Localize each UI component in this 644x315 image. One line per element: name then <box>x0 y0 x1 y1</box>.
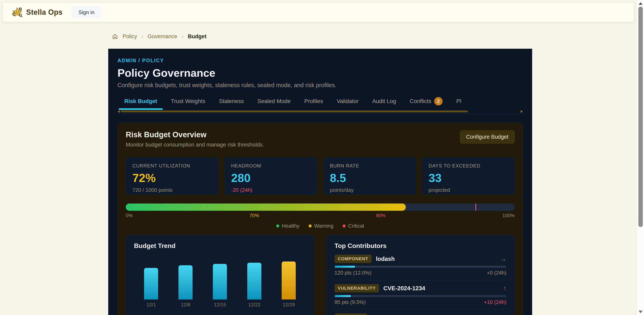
contributor-progress-track <box>334 266 506 268</box>
contributor-type-badge: VULNERABILITY <box>334 284 379 292</box>
breadcrumb-item-budget: Budget <box>188 34 206 40</box>
legend-item-healthy: Healthy <box>276 223 299 229</box>
contributor-stats-row: 120 pts (12.0%)+0 (24h) <box>334 270 506 276</box>
trend-x-label: 12/1 <box>140 302 162 307</box>
tab-risk-budget[interactable]: Risk Budget <box>118 94 164 110</box>
budget-trend-x-labels: 12/112/812/1512/2212/29 <box>134 302 306 307</box>
trend-x-label: 12/22 <box>243 302 265 307</box>
stat-value: 72% <box>132 171 212 185</box>
tab-profiles[interactable]: Profiles <box>298 94 330 110</box>
legend-label: Warning <box>314 223 333 229</box>
tabs-horizontal-scrollbar <box>118 110 523 114</box>
tab-validator[interactable]: Validator <box>330 94 365 110</box>
axis-label: 90% <box>376 213 386 218</box>
stat-subtext: -20 (24h) <box>231 187 311 193</box>
tab-staleness[interactable]: Staleness <box>212 94 251 110</box>
legend-label: Critical <box>348 223 364 229</box>
contributor-item: VULNERABILITYCVE-2024-1234↑95 pts (9.5%)… <box>334 284 506 305</box>
stat-subtext: 720 / 1000 points <box>132 187 212 193</box>
contributor-points: 95 pts (9.5%) <box>334 299 366 305</box>
vertical-scrollbar <box>637 0 644 315</box>
utilization-legend: HealthyWarningCritical <box>126 223 515 229</box>
configure-budget-button[interactable]: Configure Budget <box>460 130 515 144</box>
budget-utilization-bar <box>126 203 515 211</box>
tab-label: Trust Weights <box>171 98 205 105</box>
trend-bar <box>213 264 227 299</box>
axis-label: 100% <box>502 213 515 218</box>
page-title: Policy Governance <box>118 67 523 79</box>
scroll-left-arrow-icon[interactable] <box>118 110 120 113</box>
star-mascot-logo-icon <box>12 7 23 18</box>
stat-card-current-utilization: CURRENT UTILIZATION72%720 / 1000 points <box>126 157 218 195</box>
stat-label: HEADROOM <box>231 163 311 169</box>
scroll-up-arrow-icon[interactable] <box>638 2 642 5</box>
stat-card-days-to-exceeded: DAYS TO EXCEEDED33projected <box>422 157 515 195</box>
contributor-header-row: CATEGORYVulnerabilities→ <box>334 313 506 315</box>
trend-bar <box>178 265 192 299</box>
stat-subtext: points/day <box>330 187 410 193</box>
legend-dot-icon <box>342 224 346 227</box>
tab-trust-weights[interactable]: Trust Weights <box>164 94 212 110</box>
stat-label: DAYS TO EXCEEDED <box>428 163 508 169</box>
tab-audit-log[interactable]: Audit Log <box>365 94 403 110</box>
budget-trend-chart <box>134 254 306 299</box>
scroll-right-arrow-icon[interactable] <box>521 110 523 113</box>
contributor-list: COMPONENTlodash→120 pts (12.0%)+0 (24h)V… <box>334 255 506 315</box>
policy-governance-panel: ADMIN / POLICY Policy Governance Configu… <box>108 49 532 315</box>
stat-value: 8.5 <box>330 171 410 185</box>
stat-label: CURRENT UTILIZATION <box>132 163 212 169</box>
vertical-scrollbar-thumb[interactable] <box>638 7 643 227</box>
contributor-stats-row: 95 pts (9.5%)+10 (24h) <box>334 299 506 305</box>
critical-threshold-tick <box>476 203 476 211</box>
tab-bar-divider <box>118 114 523 114</box>
scroll-down-arrow-icon[interactable] <box>638 310 642 313</box>
contributor-divider <box>334 280 506 280</box>
legend-item-warning: Warning <box>308 223 333 229</box>
breadcrumb-separator: › <box>182 34 184 40</box>
stat-cards: CURRENT UTILIZATION72%720 / 1000 pointsH… <box>126 157 515 195</box>
breadcrumb-separator: › <box>142 34 143 40</box>
stat-value: 33 <box>428 171 508 185</box>
brand-name: Stella Ops <box>26 8 62 17</box>
tab-label: Risk Budget <box>124 98 157 105</box>
legend-dot-icon <box>276 224 279 227</box>
tab-label: Sealed Mode <box>258 98 291 105</box>
contributor-item: CATEGORYVulnerabilities→ <box>334 313 506 315</box>
contributor-divider <box>334 309 506 309</box>
contributor-points: 120 pts (12.0%) <box>334 270 372 276</box>
sign-in-button[interactable]: Sign in <box>72 7 101 18</box>
trend-x-label: 12/29 <box>278 302 300 307</box>
tab-pl[interactable]: Pl <box>450 94 468 110</box>
app-header: Stella Ops Sign in <box>3 3 634 22</box>
risk-budget-overview-card: Risk Budget Overview Monitor budget cons… <box>118 123 523 315</box>
trend-bar <box>247 263 261 299</box>
budget-utilization-fill <box>126 203 406 211</box>
top-contributors-card: Top Contributors COMPONENTlodash→120 pts… <box>326 235 515 315</box>
tab-label: Staleness <box>219 98 244 105</box>
breadcrumb-item-governance[interactable]: Governance <box>148 34 177 40</box>
budget-trend-title: Budget Trend <box>134 242 306 250</box>
tab-label: Conflicts <box>410 98 431 105</box>
trend-bar <box>282 261 296 299</box>
legend-label: Healthy <box>282 223 299 229</box>
tab-conflicts[interactable]: Conflicts2 <box>403 94 450 110</box>
breadcrumb: Policy›Governance›Budget <box>112 34 206 40</box>
stat-card-headroom: HEADROOM280-20 (24h) <box>224 157 317 195</box>
home-icon[interactable] <box>112 34 118 40</box>
tab-label: Validator <box>337 98 358 105</box>
breadcrumb-item-policy[interactable]: Policy <box>122 34 137 40</box>
budget-trend-card: Budget Trend 12/112/812/1512/2212/29 <box>126 235 314 315</box>
contributor-item: COMPONENTlodash→120 pts (12.0%)+0 (24h) <box>334 255 506 276</box>
contributor-header-row: VULNERABILITYCVE-2024-1234↑ <box>334 284 506 292</box>
tab-label: Profiles <box>304 98 323 105</box>
stat-label: BURN RATE <box>330 163 410 169</box>
axis-label: 0% <box>126 213 133 218</box>
contributor-progress-fill <box>334 295 351 297</box>
top-contributors-title: Top Contributors <box>334 242 506 250</box>
tab-conflicts-count-badge: 2 <box>434 97 442 106</box>
arrow-up-icon: ↑ <box>503 285 506 292</box>
legend-item-critical: Critical <box>342 223 364 229</box>
contributor-progress-track <box>334 295 506 297</box>
horizontal-scrollbar-thumb[interactable] <box>121 111 468 112</box>
tab-sealed-mode[interactable]: Sealed Mode <box>251 94 298 110</box>
